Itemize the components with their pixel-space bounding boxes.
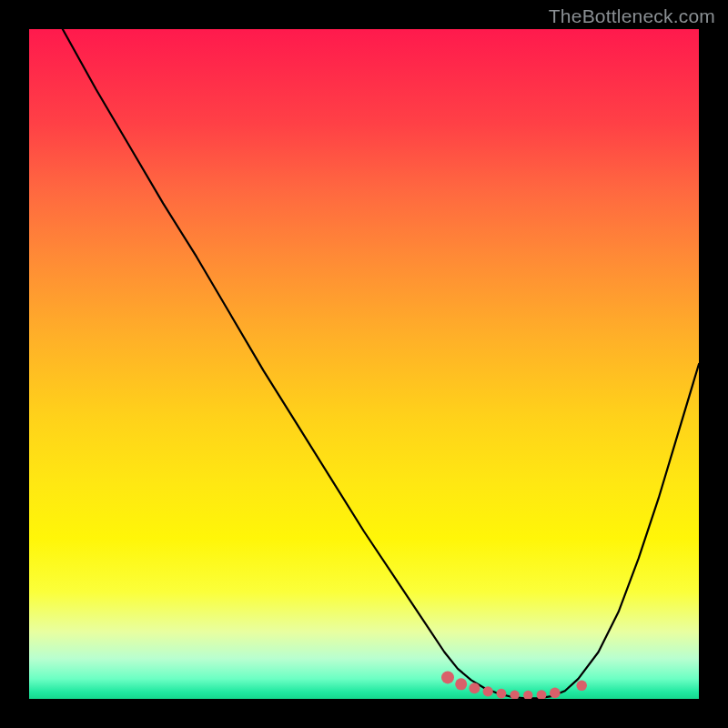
chart-stage: TheBottleneck.com xyxy=(0,0,728,728)
optimal-marker xyxy=(497,689,507,699)
optimal-marker xyxy=(576,681,587,692)
optimal-marker xyxy=(537,690,547,699)
plot-area xyxy=(29,29,699,699)
optimal-range-markers xyxy=(29,29,699,699)
optimal-marker xyxy=(441,671,454,683)
optimal-marker xyxy=(523,691,532,699)
optimal-marker xyxy=(510,690,519,699)
optimal-marker xyxy=(483,686,493,696)
watermark-text: TheBottleneck.com xyxy=(549,5,715,27)
optimal-marker xyxy=(469,682,480,693)
optimal-marker xyxy=(455,678,467,690)
optimal-marker xyxy=(550,688,561,699)
